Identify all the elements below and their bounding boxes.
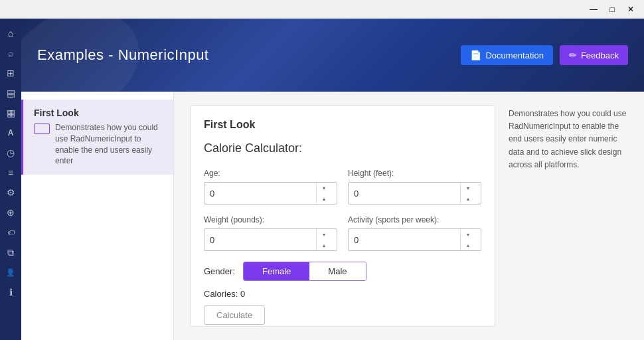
header: Examples - NumericInput 📄 Documentation …	[21, 19, 644, 92]
weight-value: 0	[210, 235, 316, 245]
nav-item-first-look[interactable]: First Look Demonstrates how you could us…	[21, 100, 173, 175]
sidebar: ⌂ ⌕ ⊞ ▤ ▦ A ◷ ≡ ⚙ ⊕ 🏷 ⧉ 👤 ℹ	[0, 19, 21, 340]
calories-display: Calories: 0	[204, 289, 481, 299]
sidebar-grid-icon[interactable]: ⊞	[1, 64, 20, 82]
gender-row: Gender: Female Male	[204, 262, 481, 281]
header-buttons: 📄 Documentation ✏ Feedback	[461, 45, 628, 65]
weight-field: Weight (pounds): 0 ▾ ▴	[204, 215, 337, 251]
maximize-button[interactable]: □	[604, 3, 620, 16]
activity-spinners: ▾ ▴	[460, 229, 475, 250]
height-label: Height (feet):	[348, 169, 481, 178]
feedback-label: Feedback	[581, 50, 619, 60]
sidebar-search-icon[interactable]: ⌕	[1, 44, 20, 62]
feedback-icon: ✏	[569, 50, 577, 60]
activity-field: Activity (sports per week): 0 ▾ ▴	[348, 215, 481, 251]
demo-card: First Look Calorie Calculator: Age: 0 ▾ …	[190, 105, 495, 327]
weight-label: Weight (pounds):	[204, 215, 337, 224]
demo-area: First Look Calorie Calculator: Age: 0 ▾ …	[174, 92, 644, 340]
main-body: First Look Demonstrates how you could us…	[21, 92, 644, 340]
sidebar-clock-icon[interactable]: ◷	[1, 143, 20, 162]
sidebar-globe-icon[interactable]: ⊕	[1, 203, 20, 222]
weight-up-button[interactable]: ▴	[317, 240, 331, 250]
sidebar-puzzle-icon[interactable]: ⧉	[1, 243, 20, 262]
docs-label: Documentation	[485, 50, 543, 60]
weight-down-button[interactable]: ▾	[317, 229, 331, 240]
height-up-button[interactable]: ▴	[461, 193, 475, 204]
calculator-title: Calorie Calculator:	[204, 141, 481, 155]
title-bar: — □ ✕	[0, 0, 644, 19]
weight-input[interactable]: 0 ▾ ▴	[204, 228, 337, 251]
activity-input[interactable]: 0 ▾ ▴	[348, 228, 481, 251]
sidebar-settings-icon[interactable]: ⚙	[1, 183, 20, 202]
app-container: ⌂ ⌕ ⊞ ▤ ▦ A ◷ ≡ ⚙ ⊕ 🏷 ⧉ 👤 ℹ Examples - N…	[0, 19, 644, 340]
age-value: 0	[210, 189, 316, 199]
nav-item-icon	[34, 124, 50, 134]
sidebar-layout-icon[interactable]: ▤	[1, 84, 20, 102]
height-down-button[interactable]: ▾	[461, 183, 475, 193]
calculate-button[interactable]: Calculate	[204, 305, 265, 325]
weight-spinners: ▾ ▴	[316, 229, 331, 250]
sidebar-chart-icon[interactable]: ▦	[1, 104, 20, 122]
demo-card-title: First Look	[204, 119, 481, 131]
close-button[interactable]: ✕	[623, 3, 639, 16]
gender-female-button[interactable]: Female	[244, 262, 309, 280]
activity-down-button[interactable]: ▾	[461, 229, 475, 240]
sidebar-text-icon[interactable]: A	[1, 124, 20, 142]
form-grid: Age: 0 ▾ ▴ Height (feet):	[204, 169, 481, 251]
activity-value: 0	[354, 235, 460, 245]
feedback-button[interactable]: ✏ Feedback	[560, 45, 628, 65]
nav-panel: First Look Demonstrates how you could us…	[21, 92, 174, 340]
sidebar-home-icon[interactable]: ⌂	[1, 24, 20, 42]
nav-item-desc: Demonstrates how you could use RadNumeri…	[34, 122, 163, 167]
description-panel: Demonstrates how you could use RadNumeri…	[509, 105, 628, 327]
nav-item-title: First Look	[34, 108, 163, 118]
age-up-button[interactable]: ▴	[317, 193, 331, 204]
age-input[interactable]: 0 ▾ ▴	[204, 182, 337, 205]
docs-icon: 📄	[470, 50, 481, 60]
height-value: 0	[354, 189, 460, 199]
activity-up-button[interactable]: ▴	[461, 240, 475, 250]
gender-male-button[interactable]: Male	[309, 262, 365, 280]
description-text: Demonstrates how you could use RadNumeri…	[509, 108, 628, 171]
height-field: Height (feet): 0 ▾ ▴	[348, 169, 481, 205]
activity-label: Activity (sports per week):	[348, 215, 481, 224]
gender-toggle: Female Male	[243, 262, 366, 281]
age-spinners: ▾ ▴	[316, 183, 331, 204]
age-down-button[interactable]: ▾	[317, 183, 331, 193]
sidebar-tag-icon[interactable]: 🏷	[1, 223, 20, 242]
gender-label: Gender:	[204, 266, 235, 276]
page-title: Examples - NumericInput	[37, 46, 208, 64]
height-spinners: ▾ ▴	[460, 183, 475, 204]
age-field: Age: 0 ▾ ▴	[204, 169, 337, 205]
sidebar-person-icon[interactable]: 👤	[1, 263, 20, 282]
minimize-button[interactable]: —	[586, 3, 602, 16]
nav-item-text: Demonstrates how you could use RadNumeri…	[55, 122, 163, 167]
sidebar-info-icon[interactable]: ℹ	[1, 283, 20, 301]
sidebar-list-icon[interactable]: ≡	[1, 163, 20, 182]
documentation-button[interactable]: 📄 Documentation	[461, 45, 552, 65]
age-label: Age:	[204, 169, 337, 178]
content-area: Examples - NumericInput 📄 Documentation …	[21, 19, 644, 340]
height-input[interactable]: 0 ▾ ▴	[348, 182, 481, 205]
